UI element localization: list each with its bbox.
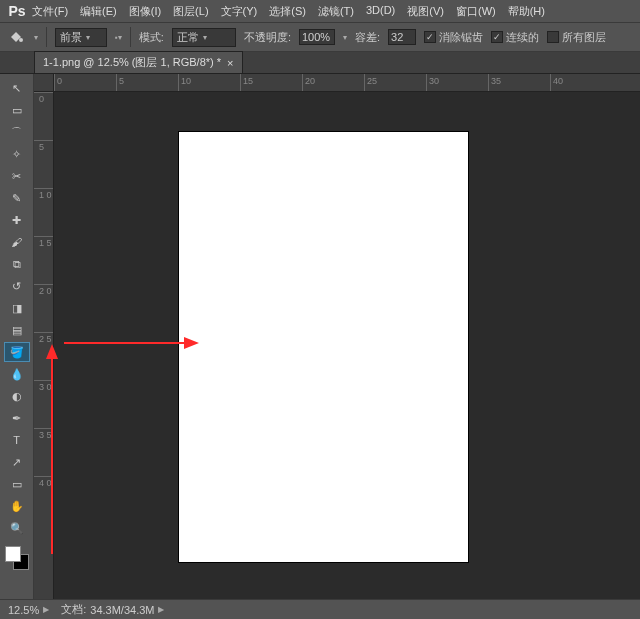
document-tab[interactable]: 1-1.png @ 12.5% (图层 1, RGB/8*) * ×	[34, 51, 243, 73]
checkbox-icon	[547, 31, 559, 43]
ruler-mark: 3 0	[34, 380, 53, 428]
menu-filter[interactable]: 滤镜(T)	[316, 2, 356, 21]
contiguous-checkbox[interactable]: ✓ 连续的	[491, 30, 539, 45]
tab-title: 1-1.png @ 12.5% (图层 1, RGB/8*) *	[43, 55, 221, 70]
ruler-mark: 1 5	[34, 236, 53, 284]
opacity-input[interactable]: 100%	[299, 29, 335, 45]
menubar: Ps 文件(F) 编辑(E) 图像(I) 图层(L) 文字(Y) 选择(S) 滤…	[0, 0, 640, 22]
mode-value: 正常	[177, 30, 199, 45]
tool-dodge[interactable]: ◐	[4, 386, 30, 406]
all-layers-label: 所有图层	[562, 30, 606, 45]
ruler-mark: 2 0	[34, 284, 53, 332]
menu-file[interactable]: 文件(F)	[30, 2, 70, 21]
menu-edit[interactable]: 编辑(E)	[78, 2, 119, 21]
ruler-mark: 2 5	[34, 332, 53, 380]
canvas-area: 0510152025303540 051 01 52 02 53 03 54 0	[34, 74, 640, 599]
tool-eraser[interactable]: ◨	[4, 298, 30, 318]
all-layers-checkbox[interactable]: 所有图层	[547, 30, 606, 45]
tool-type[interactable]: T	[4, 430, 30, 450]
ruler-mark: 5	[34, 140, 53, 188]
menu-3d[interactable]: 3D(D)	[364, 2, 397, 21]
close-icon[interactable]: ×	[227, 57, 233, 69]
ruler-mark: 35	[488, 74, 550, 91]
bucket-icon[interactable]	[6, 27, 26, 47]
pattern-picker-icon[interactable]: ▪▾	[115, 33, 122, 42]
ruler-corner	[34, 74, 54, 92]
ruler-horizontal[interactable]: 0510152025303540	[54, 74, 640, 92]
tool-eyedropper[interactable]: ✎	[4, 188, 30, 208]
ruler-mark: 0	[54, 74, 116, 91]
ruler-mark: 25	[364, 74, 426, 91]
menu-layer[interactable]: 图层(L)	[171, 2, 210, 21]
tool-move[interactable]: ↖	[4, 78, 30, 98]
menu-items: 文件(F) 编辑(E) 图像(I) 图层(L) 文字(Y) 选择(S) 滤镜(T…	[30, 2, 547, 21]
canvas[interactable]	[179, 132, 468, 562]
antialias-label: 消除锯齿	[439, 30, 483, 45]
tool-stamp[interactable]: ⧉	[4, 254, 30, 274]
tolerance-label: 容差:	[355, 30, 380, 45]
tool-preset-chevron-icon[interactable]: ▾	[34, 33, 38, 42]
separator	[46, 27, 47, 47]
menu-window[interactable]: 窗口(W)	[454, 2, 498, 21]
app-logo: Ps	[4, 0, 30, 22]
contiguous-label: 连续的	[506, 30, 539, 45]
doc-label: 文档:	[61, 602, 86, 617]
tool-marquee[interactable]: ▭	[4, 100, 30, 120]
menu-view[interactable]: 视图(V)	[405, 2, 446, 21]
chevron-right-icon: ▶	[158, 605, 164, 614]
mode-dropdown[interactable]: 正常 ▾	[172, 28, 236, 47]
fill-source-value: 前景	[60, 30, 82, 45]
chevron-down-icon: ▾	[203, 33, 207, 42]
tool-shape[interactable]: ▭	[4, 474, 30, 494]
tool-pen[interactable]: ✒	[4, 408, 30, 428]
tool-history-brush[interactable]: ↺	[4, 276, 30, 296]
separator	[130, 27, 131, 47]
toolbox: ↖▭⌒✧✂✎✚🖌⧉↺◨▤🪣💧◐✒T↗▭✋🔍	[0, 74, 34, 599]
ruler-mark: 4 0	[34, 476, 53, 524]
menu-type[interactable]: 文字(Y)	[219, 2, 260, 21]
tool-hand[interactable]: ✋	[4, 496, 30, 516]
tolerance-input[interactable]: 32	[388, 29, 416, 45]
tool-healing[interactable]: ✚	[4, 210, 30, 230]
foreground-swatch[interactable]	[5, 546, 21, 562]
tool-zoom[interactable]: 🔍	[4, 518, 30, 538]
mode-label: 模式:	[139, 30, 164, 45]
opacity-chevron-icon[interactable]: ▾	[343, 33, 347, 42]
ruler-mark: 15	[240, 74, 302, 91]
tool-gradient[interactable]: ▤	[4, 320, 30, 340]
ruler-mark: 30	[426, 74, 488, 91]
tool-lasso[interactable]: ⌒	[4, 122, 30, 142]
ruler-vertical[interactable]: 051 01 52 02 53 03 54 0	[34, 92, 54, 599]
workspace: ↖▭⌒✧✂✎✚🖌⧉↺◨▤🪣💧◐✒T↗▭✋🔍 0510152025303540 0…	[0, 74, 640, 599]
ruler-mark: 1 0	[34, 188, 53, 236]
doc-value: 34.3M/34.3M	[90, 604, 154, 616]
svg-point-0	[19, 38, 23, 42]
ruler-mark: 10	[178, 74, 240, 91]
antialias-checkbox[interactable]: ✓ 消除锯齿	[424, 30, 483, 45]
ruler-mark: 20	[302, 74, 364, 91]
checkbox-icon: ✓	[424, 31, 436, 43]
tool-blur[interactable]: 💧	[4, 364, 30, 384]
doc-info[interactable]: 文档: 34.3M/34.3M ▶	[61, 602, 164, 617]
tool-path[interactable]: ↗	[4, 452, 30, 472]
zoom-value: 12.5%	[8, 604, 39, 616]
menu-help[interactable]: 帮助(H)	[506, 2, 547, 21]
ruler-mark: 3 5	[34, 428, 53, 476]
fill-source-dropdown[interactable]: 前景 ▾	[55, 28, 107, 47]
chevron-right-icon: ▶	[43, 605, 49, 614]
tab-bar: 1-1.png @ 12.5% (图层 1, RGB/8*) * ×	[0, 52, 640, 74]
menu-image[interactable]: 图像(I)	[127, 2, 163, 21]
zoom-status[interactable]: 12.5% ▶	[8, 604, 49, 616]
chevron-down-icon: ▾	[86, 33, 90, 42]
tool-brush[interactable]: 🖌	[4, 232, 30, 252]
tool-crop[interactable]: ✂	[4, 166, 30, 186]
options-bar: ▾ 前景 ▾ ▪▾ 模式: 正常 ▾ 不透明度: 100% ▾ 容差: 32 ✓…	[0, 22, 640, 52]
menu-select[interactable]: 选择(S)	[267, 2, 308, 21]
status-bar: 12.5% ▶ 文档: 34.3M/34.3M ▶	[0, 599, 640, 619]
tool-bucket[interactable]: 🪣	[4, 342, 30, 362]
color-swatches[interactable]	[5, 546, 29, 570]
ruler-mark: 5	[116, 74, 178, 91]
checkbox-icon: ✓	[491, 31, 503, 43]
tool-wand[interactable]: ✧	[4, 144, 30, 164]
opacity-label: 不透明度:	[244, 30, 291, 45]
